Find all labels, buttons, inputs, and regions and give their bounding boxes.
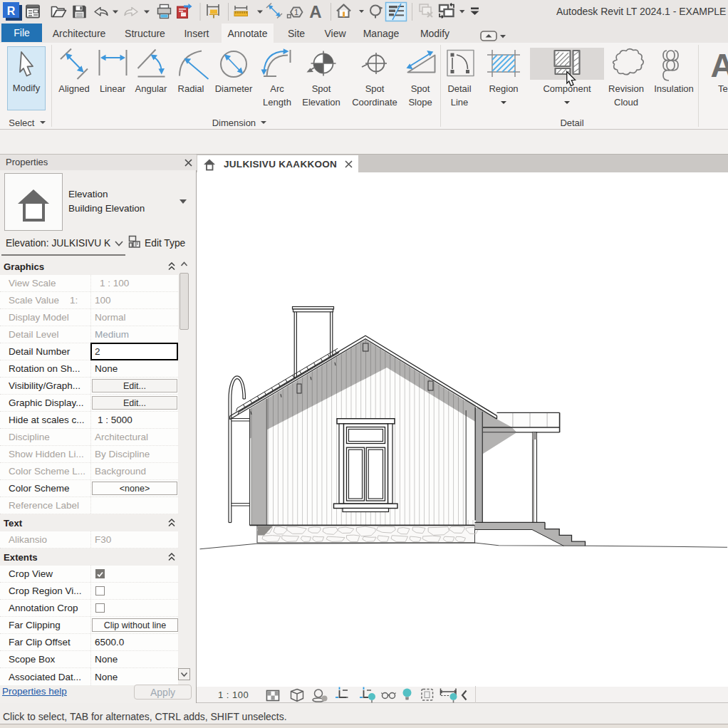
svg-text:1: 1 bbox=[294, 8, 298, 16]
svg-text:A: A bbox=[309, 2, 321, 21]
svg-text:R: R bbox=[7, 5, 16, 17]
